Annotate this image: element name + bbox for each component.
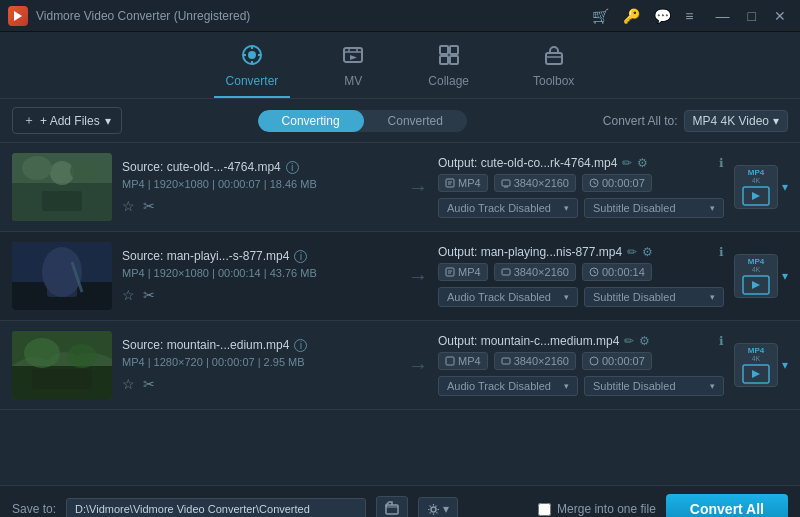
convert-all-to-label: Convert All to: <box>603 114 678 128</box>
subtitle-dropdown-1[interactable]: Subtitle Disabled ▾ <box>584 198 724 218</box>
file-item-3: Source: mountain-...edium.mp4 i MP4 | 12… <box>0 321 800 410</box>
status-tabs: Converting Converted <box>132 110 593 132</box>
status-tab-converting[interactable]: Converting <box>258 110 364 132</box>
cut-button-3[interactable]: ✂ <box>143 376 155 392</box>
subtitle-dropdown-2[interactable]: Subtitle Disabled ▾ <box>584 287 724 307</box>
svg-rect-21 <box>42 191 82 211</box>
maximize-button[interactable]: □ <box>742 6 762 26</box>
tab-mv[interactable]: MV <box>330 40 376 98</box>
merge-checkbox[interactable] <box>538 503 551 516</box>
output-label-3: Output: mountain-c...medium.mp4 <box>438 334 619 348</box>
info-btn-3[interactable]: ℹ <box>719 334 724 348</box>
thumb-format-1: MP4 <box>748 168 764 177</box>
main-content: ＋ + Add Files ▾ Converting Converted Con… <box>0 99 800 517</box>
output-thumb-3: MP4 4K <box>734 343 778 387</box>
convert-all-button[interactable]: Convert All <box>666 494 788 517</box>
svg-rect-43 <box>502 269 510 275</box>
add-files-button[interactable]: ＋ + Add Files ▾ <box>12 107 122 134</box>
tab-converter[interactable]: Converter <box>214 40 291 98</box>
output-label-1: Output: cute-old-co...rk-4764.mp4 <box>438 156 617 170</box>
edit-icon-1[interactable]: ✏ <box>622 156 632 170</box>
star-button-3[interactable]: ☆ <box>122 376 135 392</box>
file-meta-2: MP4 | 1920×1080 | 00:00:14 | 43.76 MB <box>122 267 398 279</box>
merge-checkbox-container: Merge into one file <box>538 502 656 516</box>
menu-icon[interactable]: ≡ <box>685 8 693 24</box>
output-thumb-container-1: MP4 4K ▾ <box>734 165 788 209</box>
file-info-3: Source: mountain-...edium.mp4 i MP4 | 12… <box>122 338 398 392</box>
file-source-1: Source: cute-old-...-4764.mp4 i <box>122 160 398 174</box>
file-info-1: Source: cute-old-...-4764.mp4 i MP4 | 19… <box>122 160 398 214</box>
output-dropdowns-3: Audio Track Disabled ▾ Subtitle Disabled… <box>438 376 724 396</box>
converter-icon <box>241 44 263 71</box>
settings-icon-2[interactable]: ⚙ <box>642 245 653 259</box>
audio-track-dropdown-2[interactable]: Audio Track Disabled ▾ <box>438 287 578 307</box>
convert-all-format-select[interactable]: MP4 4K Video ▾ <box>684 110 789 132</box>
thumb-dropdown-1[interactable]: ▾ <box>782 180 788 194</box>
star-button-1[interactable]: ☆ <box>122 198 135 214</box>
svg-rect-14 <box>440 56 448 64</box>
nav-tabs: Converter MV Collage <box>0 32 800 99</box>
thumbnail-3 <box>12 331 112 399</box>
cut-button-2[interactable]: ✂ <box>143 287 155 303</box>
info-icon-1[interactable]: i <box>286 161 299 174</box>
info-icon-3[interactable]: i <box>294 339 307 352</box>
tab-toolbox[interactable]: Toolbox <box>521 40 586 98</box>
close-button[interactable]: ✕ <box>768 6 792 26</box>
cut-button-1[interactable]: ✂ <box>143 198 155 214</box>
thumb-dropdown-3[interactable]: ▾ <box>782 358 788 372</box>
info-btn-1[interactable]: ℹ <box>719 156 724 170</box>
audio-chevron-3: ▾ <box>564 381 569 391</box>
duration-badge-1: 00:00:07 <box>582 174 652 192</box>
file-item-2: Source: man-playi...-s-877.mp4 i MP4 | 1… <box>0 232 800 321</box>
resolution-badge-2: 3840×2160 <box>494 263 576 281</box>
thumbnail-2 <box>12 242 112 310</box>
file-info-2: Source: man-playi...-s-877.mp4 i MP4 | 1… <box>122 249 398 303</box>
audio-track-dropdown-3[interactable]: Audio Track Disabled ▾ <box>438 376 578 396</box>
minimize-button[interactable]: — <box>710 6 736 26</box>
output-thumb-container-2: MP4 4K ▾ <box>734 254 788 298</box>
svg-rect-16 <box>546 53 562 64</box>
toolbox-icon <box>543 44 565 71</box>
status-tab-converted[interactable]: Converted <box>364 110 467 132</box>
chat-icon[interactable]: 💬 <box>654 8 671 24</box>
audio-track-dropdown-1[interactable]: Audio Track Disabled ▾ <box>438 198 578 218</box>
save-path-display: D:\Vidmore\Vidmore Video Converter\Conve… <box>66 498 366 517</box>
audio-track-label-3: Audio Track Disabled <box>447 380 551 392</box>
star-button-2[interactable]: ☆ <box>122 287 135 303</box>
file-output-3: Output: mountain-c...medium.mp4 ✏ ⚙ ℹ MP… <box>438 334 724 396</box>
thumb-res-2: 4K <box>752 266 761 273</box>
add-files-dropdown-icon[interactable]: ▾ <box>105 114 111 128</box>
add-files-label: + Add Files <box>40 114 100 128</box>
thumb-res-1: 4K <box>752 177 761 184</box>
source-label-2: Source: man-playi...-s-877.mp4 <box>122 249 289 263</box>
browse-folder-button[interactable] <box>376 496 408 518</box>
audio-chevron-1: ▾ <box>564 203 569 213</box>
subtitle-dropdown-3[interactable]: Subtitle Disabled ▾ <box>584 376 724 396</box>
thumb-dropdown-2[interactable]: ▾ <box>782 269 788 283</box>
svg-rect-55 <box>502 358 510 364</box>
convert-all-dropdown-icon: ▾ <box>773 114 779 128</box>
tab-collage[interactable]: Collage <box>416 40 481 98</box>
edit-icon-2[interactable]: ✏ <box>627 245 637 259</box>
svg-rect-59 <box>386 505 398 514</box>
thumb-format-3: MP4 <box>748 346 764 355</box>
settings-icon-3[interactable]: ⚙ <box>639 334 650 348</box>
audio-track-label-1: Audio Track Disabled <box>447 202 551 214</box>
info-icon-2[interactable]: i <box>294 250 307 263</box>
key-icon[interactable]: 🔑 <box>623 8 640 24</box>
output-settings-button[interactable]: ▾ <box>418 497 458 517</box>
tab-toolbox-label: Toolbox <box>533 74 574 88</box>
subtitle-label-3: Subtitle Disabled <box>593 380 676 392</box>
edit-icon-3[interactable]: ✏ <box>624 334 634 348</box>
svg-line-46 <box>594 272 596 273</box>
svg-marker-48 <box>752 281 760 289</box>
thumb-res-3: 4K <box>752 355 761 362</box>
output-thumb-container-3: MP4 4K ▾ <box>734 343 788 387</box>
info-btn-2[interactable]: ℹ <box>719 245 724 259</box>
merge-label[interactable]: Merge into one file <box>557 502 656 516</box>
output-settings-2: MP4 3840×2160 00:00:14 <box>438 263 724 281</box>
cart-icon[interactable]: 🛒 <box>592 8 609 24</box>
svg-rect-53 <box>32 369 92 389</box>
format-badge-2: MP4 <box>438 263 488 281</box>
settings-icon-1[interactable]: ⚙ <box>637 156 648 170</box>
